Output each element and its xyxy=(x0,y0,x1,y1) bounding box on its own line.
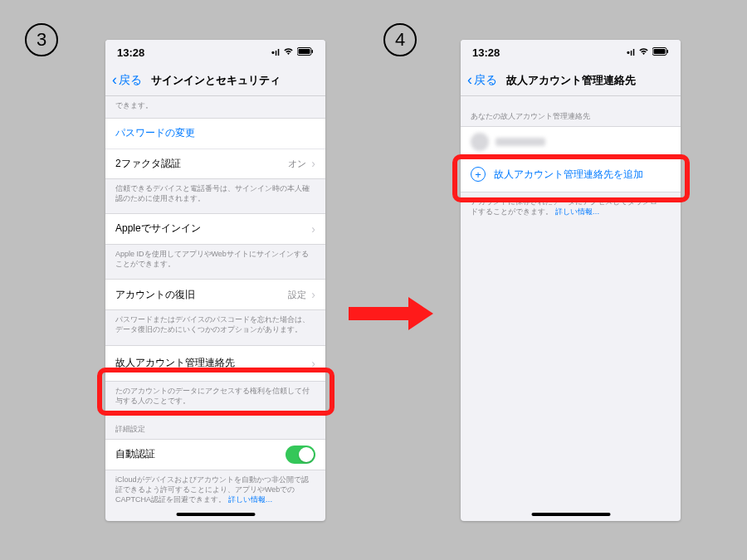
wifi-icon xyxy=(283,47,294,57)
page-title: サインインとセキュリティ xyxy=(151,73,281,88)
status-icons: •ıl xyxy=(627,47,669,57)
cell-legacy-contact[interactable]: 故人アカウント管理連絡先 › xyxy=(105,346,325,381)
cell-two-factor[interactable]: 2ファクタ認証 オン › xyxy=(105,149,325,178)
chevron-left-icon: ‹ xyxy=(467,71,472,89)
cell-label: 2ファクタ認証 xyxy=(115,157,288,171)
section-footer: たのアカウントのデータにアクセスする権利を信頼して付与する人のことです。 xyxy=(105,382,325,416)
home-indicator[interactable] xyxy=(531,513,610,516)
cell-account-recovery[interactable]: アカウントの復旧 設定 › xyxy=(105,280,325,309)
svg-rect-5 xyxy=(667,50,669,53)
cell-label: Appleでサインイン xyxy=(115,222,311,236)
chevron-right-icon: › xyxy=(311,357,315,370)
section-footer: アカウントに保存されたデータにアクセスしてダウンロードすることができます。 詳し… xyxy=(461,192,681,226)
back-button[interactable]: ‹ 戻る xyxy=(112,71,142,89)
more-info-link[interactable]: 詳しい情報… xyxy=(228,495,273,503)
page-title: 故人アカウント管理連絡先 xyxy=(506,73,636,88)
back-label: 戻る xyxy=(119,73,142,88)
nav-bar: ‹ 戻る サインインとセキュリティ xyxy=(105,65,325,96)
phone-screenshot-3: 13:28 •ıl ‹ 戻る サインインとセキュリティ できます。 パスワードの… xyxy=(105,40,325,521)
svg-rect-2 xyxy=(312,50,314,53)
avatar-redacted xyxy=(471,133,489,151)
chevron-left-icon: ‹ xyxy=(112,71,117,89)
truncated-footer: できます。 xyxy=(105,96,325,118)
cell-apple-signin[interactable]: Appleでサインイン › xyxy=(105,214,325,244)
back-label: 戻る xyxy=(474,73,497,88)
signal-icon: •ıl xyxy=(627,47,635,57)
cell-label: 故人アカウント管理連絡先を追加 xyxy=(494,168,671,182)
section-footer: Apple IDを使用してアプリやWebサイトにサインインすることができます。 xyxy=(105,245,325,279)
phone-screenshot-4: 13:28 •ıl ‹ 戻る 故人アカウント管理連絡先 あなたの故人アカウント管… xyxy=(461,40,681,521)
name-redacted xyxy=(496,138,545,146)
cell-label: パスワードの変更 xyxy=(115,126,315,140)
chevron-right-icon: › xyxy=(311,288,315,301)
svg-rect-4 xyxy=(654,49,666,54)
more-info-link[interactable]: 詳しい情報… xyxy=(555,207,600,216)
cell-value: 設定 xyxy=(288,289,306,301)
chevron-right-icon: › xyxy=(311,222,315,236)
settings-content[interactable]: あなたの故人アカウント管理連絡先 + 故人アカウント管理連絡先を追加 アカウント… xyxy=(461,96,681,503)
cell-label: 自動認証 xyxy=(115,447,286,461)
arrow-right-icon xyxy=(349,297,440,330)
back-button[interactable]: ‹ 戻る xyxy=(467,71,497,89)
section-header: あなたの故人アカウント管理連絡先 xyxy=(461,96,681,126)
status-bar: 13:28 •ıl xyxy=(105,40,325,65)
settings-content[interactable]: できます。 パスワードの変更 2ファクタ認証 オン › 信頼できるデバイスと電話… xyxy=(105,96,325,503)
battery-icon xyxy=(297,47,314,57)
wifi-icon xyxy=(638,47,649,57)
signal-icon: •ıl xyxy=(271,47,280,57)
svg-rect-1 xyxy=(299,49,310,54)
legacy-contact-row-redacted[interactable] xyxy=(461,127,681,157)
battery-icon xyxy=(652,47,669,57)
status-time: 13:28 xyxy=(472,46,500,59)
chevron-right-icon: › xyxy=(311,157,315,170)
home-indicator[interactable] xyxy=(176,513,255,516)
auto-auth-toggle[interactable] xyxy=(286,446,315,464)
cell-add-legacy-contact[interactable]: + 故人アカウント管理連絡先を追加 xyxy=(461,157,681,192)
cell-label: アカウントの復旧 xyxy=(115,288,288,302)
section-footer: 信頼できるデバイスと電話番号は、サインイン時の本人確認のために使用されます。 xyxy=(105,179,325,213)
status-bar: 13:28 •ıl xyxy=(461,40,681,65)
section-footer: パスワードまたはデバイスのパスコードを忘れた場合は、データ復旧のためにいくつかの… xyxy=(105,310,325,344)
status-time: 13:28 xyxy=(117,46,144,59)
cell-value: オン xyxy=(288,158,306,170)
section-footer: iCloudがデバイスおよびアカウントを自動かつ非公開で認証できるよう許可するこ… xyxy=(105,470,325,503)
section-header: 詳細設定 xyxy=(105,416,325,439)
step-badge-4: 4 xyxy=(383,23,417,56)
status-icons: •ıl xyxy=(271,47,314,57)
cell-password-change[interactable]: パスワードの変更 xyxy=(105,119,325,149)
nav-bar: ‹ 戻る 故人アカウント管理連絡先 xyxy=(461,65,681,96)
plus-circle-icon: + xyxy=(471,167,486,182)
cell-auto-auth[interactable]: 自動認証 xyxy=(105,440,325,470)
step-badge-3: 3 xyxy=(25,23,58,56)
cell-label: 故人アカウント管理連絡先 xyxy=(115,356,311,370)
